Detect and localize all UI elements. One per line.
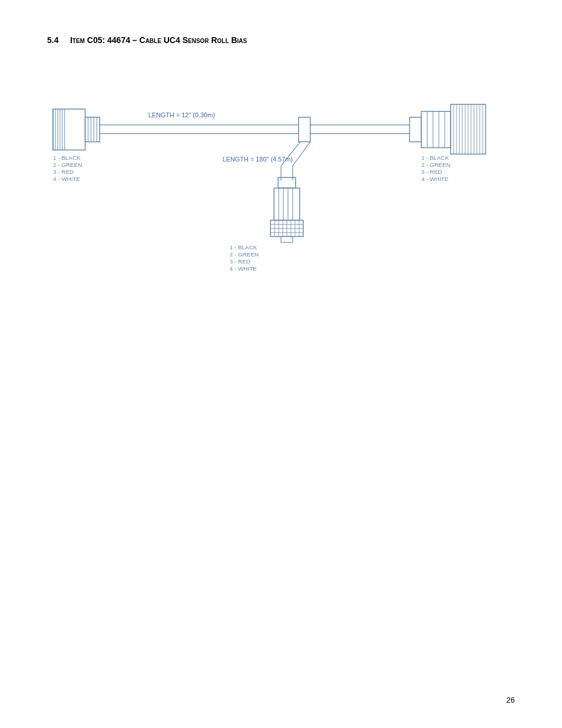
svg-rect-14 bbox=[299, 117, 310, 142]
svg-rect-36 bbox=[281, 236, 293, 242]
left-pin3: 3 - RED bbox=[53, 169, 74, 175]
bottom-pin4: 4 - WHITE bbox=[230, 265, 257, 272]
svg-line-16 bbox=[293, 142, 310, 166]
section-title: 5.4 Item C05: 44674 – Cable UC4 Sensor R… bbox=[47, 35, 515, 45]
page-number: 26 bbox=[507, 696, 515, 704]
left-pin1: 1 - BLACK bbox=[53, 154, 81, 161]
left-pin4: 4 - WHITE bbox=[53, 176, 81, 182]
right-pin2: 2 - GREEN bbox=[421, 162, 451, 168]
length-bottom-label: LENGTH = 180" (4.57m) bbox=[223, 156, 293, 163]
cable-diagram: LENGTH = 12" (0.30m) LENGTH = 180" (4.57… bbox=[47, 62, 515, 310]
page-container: 5.4 Item C05: 44674 – Cable UC4 Sensor R… bbox=[0, 0, 562, 728]
svg-rect-39 bbox=[409, 117, 421, 142]
length-top-label: LENGTH = 12" (0.30m) bbox=[148, 111, 215, 118]
bottom-pin2: 2 - GREEN bbox=[230, 251, 259, 258]
right-pin1: 1 - BLACK bbox=[421, 154, 449, 161]
diagram-area: LENGTH = 12" (0.30m) LENGTH = 180" (4.57… bbox=[47, 62, 515, 310]
svg-rect-7 bbox=[85, 117, 100, 142]
section-title-text: Item C05: 44674 – Cable UC4 Sensor Roll … bbox=[70, 35, 247, 45]
right-pin3: 3 - RED bbox=[421, 169, 442, 175]
right-pin4: 4 - WHITE bbox=[421, 176, 449, 182]
svg-rect-20 bbox=[274, 188, 300, 220]
section-number: 5.4 bbox=[47, 35, 58, 45]
left-pin2: 2 - GREEN bbox=[53, 162, 82, 168]
svg-rect-40 bbox=[421, 111, 451, 148]
bottom-pin3: 3 - RED bbox=[230, 258, 250, 265]
bottom-pin1: 1 - BLACK bbox=[230, 244, 257, 251]
